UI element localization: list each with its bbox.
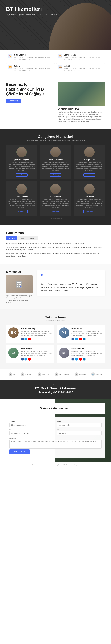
team-socials-3: f t ▶ in bbox=[72, 358, 103, 360]
aboutus-section: Hakkımızda Overview Founder Mission Brav… bbox=[0, 225, 111, 264]
message-textarea[interactable] bbox=[9, 440, 102, 448]
brand-4: C CLASSIC bbox=[75, 372, 86, 376]
team-card-content-2: Jonh Zangin Qua efter etiam lorem molest… bbox=[21, 348, 52, 361]
dev-subtitle: Sample text. Click to select the text bo… bbox=[6, 139, 105, 141]
ref-quote-card: " Amet luctus venenatis lectus magna fri… bbox=[37, 270, 105, 295]
service-desc-1: Sample text. Click to select the text bo… bbox=[64, 56, 103, 60]
linkedin-icon-3[interactable]: in bbox=[83, 358, 86, 360]
aboutus-tab-founder[interactable]: Founder bbox=[17, 236, 28, 240]
dev-credit: Your footer massage bbox=[6, 218, 105, 219]
facebook-icon-1[interactable]: f bbox=[72, 338, 74, 340]
service-card-content-0: metin yazarlığı Sample text. Click to se… bbox=[14, 54, 53, 60]
linkedin-icon-1[interactable]: in bbox=[83, 338, 86, 340]
service-title-2: Gelişim bbox=[14, 65, 53, 67]
brand-label-2: SUMTIME bbox=[42, 373, 49, 375]
name-input[interactable] bbox=[57, 423, 102, 427]
ref-quote-text: Amet luctus venenatis lectus magna fring… bbox=[41, 282, 102, 292]
about-right-body: In metu nunc sed id semper risus in hend… bbox=[58, 111, 105, 123]
svg-rect-1 bbox=[17, 282, 21, 283]
service-title-1: Grafik Tasarım bbox=[64, 54, 103, 56]
address-input[interactable] bbox=[9, 423, 54, 427]
name-label: Name bbox=[57, 421, 102, 422]
twitter-icon-0[interactable]: t bbox=[24, 338, 27, 340]
brand-icon-4: C bbox=[75, 372, 78, 376]
team-grid: BK Bob Kahverengi Qua efter etiam lorem … bbox=[6, 325, 105, 363]
about-right-heading: En İyi Dereceli Program bbox=[58, 108, 105, 110]
youtube-icon-1[interactable]: ▶ bbox=[79, 338, 82, 340]
dev-card-desc-3: Sample text. Click to select the text bo… bbox=[8, 198, 35, 209]
team-card-content-3: Nat Reynolds Qua efter etiam lorem moles… bbox=[72, 348, 103, 361]
youtube-icon-0[interactable]: ▶ bbox=[28, 338, 31, 340]
phone-input[interactable] bbox=[9, 431, 54, 435]
hero-section: BT Hizmetleri Dış Kaynak Sağlıyoruz Küçü… bbox=[0, 0, 111, 50]
dev-card-desc-0: Sample text. Click to select the text bo… bbox=[8, 162, 35, 172]
aboutus-tab-overview[interactable]: Overview bbox=[6, 236, 17, 240]
contact-address-line2: New York, NY 92103-9000 bbox=[6, 391, 105, 394]
team-avatar-2: JZ bbox=[8, 348, 19, 358]
youtube-icon-3[interactable]: ▶ bbox=[79, 358, 82, 360]
dev-card-btn-2[interactable]: Daha fazla ▶ bbox=[84, 173, 95, 176]
footer-note-text: Sample text. Click to select the text bo… bbox=[2, 464, 109, 466]
dev-card-title-1: Mobilite Hizmetleri bbox=[42, 159, 69, 161]
dev-card-btn-5[interactable]: Daha fazla ▶ bbox=[84, 210, 95, 213]
hero-subtitle: Dış Kaynak Sağlıyoruz Küçük ve Orto Ölçe… bbox=[6, 13, 57, 16]
hero-title: BT Hizmetleri bbox=[6, 6, 57, 12]
dev-card-btn-1[interactable]: Daha fazla ▶ bbox=[50, 173, 61, 176]
team-section: Takımla tanış Tarafından oluşturuldu Fre… bbox=[0, 310, 111, 369]
service-card-3: 📦 Lojistik Sample text. Click to select … bbox=[56, 63, 105, 73]
aboutus-body: Brave, büyüleyici tasarım ve kusursuz iş… bbox=[6, 242, 105, 257]
brand-icon-2: S bbox=[38, 372, 41, 376]
team-desc-3: Qua efter etiam lorem molestie arkit et … bbox=[72, 350, 103, 356]
aboutus-body-2: Sample text. Click to select the text bo… bbox=[6, 246, 105, 251]
brand-label-0: BQ bbox=[13, 373, 15, 375]
team-name-2: Jonh Zangin bbox=[21, 348, 52, 350]
dev-card-btn-0[interactable]: Daha fazla ▶ bbox=[16, 173, 27, 176]
calculator-icon bbox=[15, 280, 24, 289]
dev-card-title-4: Uygulamalar bbox=[42, 196, 69, 198]
dev-card-img-1 bbox=[50, 147, 61, 157]
twitter-icon-1[interactable]: t bbox=[75, 338, 78, 340]
brand-icon-1: B bbox=[21, 372, 24, 376]
contact-form-content: Bizimle iletişime geçin Address Name Pho… bbox=[6, 403, 105, 458]
about-right: En İyi Dereceli Program In metu nunc sed… bbox=[58, 82, 105, 123]
referanslar-section: referanslar Aqua Fitness, Yasal Şablonla… bbox=[0, 264, 111, 310]
facebook-icon-2[interactable]: f bbox=[21, 358, 24, 360]
dev-card-desc-4: Sample text. Click to select the text bo… bbox=[42, 198, 69, 209]
submit-button[interactable]: GÖNDER MESAJ bbox=[9, 450, 30, 454]
facebook-icon-0[interactable]: f bbox=[21, 338, 24, 340]
dev-card-img-2 bbox=[84, 147, 95, 157]
team-avatar-1: MS bbox=[59, 328, 69, 338]
date-label: Date bbox=[57, 429, 102, 431]
dev-card-5: 7/24 Destek Sample text. Click to select… bbox=[74, 181, 105, 216]
team-card-1: MS Mary Smith Qua efter etiam lorem mole… bbox=[57, 325, 105, 343]
ref-left-text: Aqua Fitness, Yasal Şablonlama, Eğitim K… bbox=[6, 294, 33, 304]
service-desc-3: Sample text. Click to select the text bo… bbox=[64, 68, 103, 72]
service-card-content-1: Grafik Tasarım Sample text. Click to sel… bbox=[64, 54, 103, 60]
contact-info-section: Konum 121 Rock Sreet, 21 Avenue, New Yor… bbox=[0, 380, 111, 399]
service-desc-0: Sample text. Click to select the text bo… bbox=[14, 56, 53, 60]
date-input[interactable] bbox=[57, 431, 102, 435]
contact-address-line1: 121 Rock Sreet, 21 Avenue, bbox=[6, 386, 105, 390]
team-avatar-3: NR bbox=[59, 348, 69, 358]
dev-card-btn-4[interactable]: Daha fazla ▶ bbox=[50, 210, 61, 213]
brands-section: ⊕ BQ B BRANDIT S SUMTIME D DITTIMORICI C… bbox=[0, 369, 111, 380]
about-more-button[interactable]: Daha fazla ▶ bbox=[6, 98, 21, 103]
team-name-1: Mary Smith bbox=[72, 328, 103, 330]
youtube-icon-2[interactable]: ▶ bbox=[28, 358, 31, 360]
team-socials-0: f t ▶ bbox=[21, 338, 52, 340]
aboutus-tab-mission[interactable]: Mission bbox=[28, 236, 38, 240]
facebook-icon-3[interactable]: f bbox=[72, 358, 74, 360]
twitter-icon-3[interactable]: t bbox=[75, 358, 78, 360]
twitter-icon-2[interactable]: t bbox=[24, 358, 27, 360]
brand-3: D DITTIMORICI bbox=[55, 372, 69, 376]
dev-card-title-2: Danışmanlık bbox=[76, 159, 103, 161]
contact-form-title: Bizimle iletişime geçin bbox=[9, 407, 102, 410]
dev-card-img-3 bbox=[16, 184, 27, 194]
brand-label-3: DITTIMORICI bbox=[59, 373, 69, 375]
team-desc-0: Qua efter etiam lorem molestie arkit et … bbox=[21, 330, 52, 336]
team-avatar-0: BK bbox=[8, 328, 19, 338]
about-heading: Başarınız İçin Hazırlanmak En İyi BT Çöz… bbox=[6, 82, 53, 96]
svg-rect-3 bbox=[19, 284, 20, 285]
team-card-content-0: Bob Kahverengi Qua efter etiam lorem mol… bbox=[21, 328, 52, 340]
dev-card-btn-3[interactable]: Daha fazla ▶ bbox=[16, 210, 27, 213]
